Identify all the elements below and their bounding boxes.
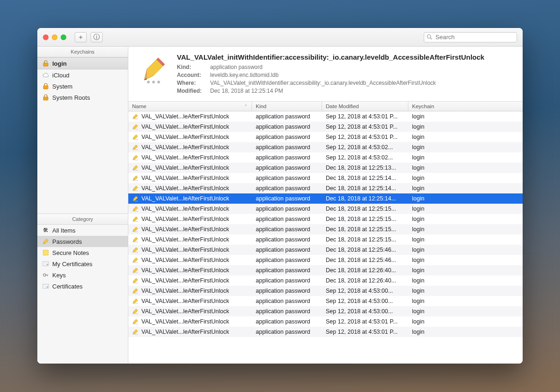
table-row[interactable]: VAL_VALValet...leAfterFirstUnlockapplica… [128,214,523,224]
svg-marker-118 [133,309,138,314]
row-date: Dec 18, 2018 at 12:26:40... [326,267,396,274]
table-row[interactable]: VAL_VALValet...leAfterFirstUnlockapplica… [128,306,523,316]
row-date: Dec 18, 2018 at 12:25:15... [326,226,396,233]
search-icon [427,34,432,41]
table-row[interactable]: VAL_VALValet...leAfterFirstUnlockapplica… [128,275,523,286]
plus-icon: ＋ [77,33,84,41]
svg-point-110 [134,293,135,294]
search-input[interactable] [424,32,517,42]
table-row[interactable]: VAL_VALValet...leAfterFirstUnlockapplica… [128,193,523,204]
table-row[interactable]: VAL_VALValet...leAfterFirstUnlockapplica… [128,265,523,275]
keychain-item-icloud[interactable]: iCloud [37,69,128,81]
minimize-button[interactable] [52,34,57,40]
svg-point-36 [136,139,137,140]
svg-marker-108 [133,289,138,294]
svg-point-60 [134,190,135,191]
table-row[interactable]: VAL_VALValet...leAfterFirstUnlockapplica… [128,296,523,306]
table-row[interactable]: VAL_VALValet...leAfterFirstUnlockapplica… [128,132,523,142]
svg-point-122 [137,313,138,314]
keychains-header: Keychains [37,47,128,57]
table-row[interactable]: VAL_VALValet...leAfterFirstUnlockapplica… [128,142,523,152]
svg-point-117 [137,303,138,304]
pencil-icon [132,308,139,315]
column-keychain[interactable]: Keychain [408,102,523,111]
info-button[interactable]: ⓘ [91,32,103,42]
svg-point-81 [136,231,137,232]
category-passwords[interactable]: Passwords [37,236,128,247]
sidebar-item-label: All Items [52,227,76,234]
detail-where-label: Where: [177,80,209,86]
table-row[interactable]: VAL_VALValet...leAfterFirstUnlockapplica… [128,122,523,132]
keychain-item-login[interactable]: login [37,57,128,69]
detail-where-value: VAL_VALValet_initWithIdentifier:accessib… [210,80,436,86]
table-row[interactable]: VAL_VALValet...leAfterFirstUnlockapplica… [128,327,523,337]
row-kind: application password [256,144,310,151]
window-controls [43,34,66,40]
key-icon [42,271,49,279]
close-button[interactable] [43,34,49,40]
column-date-modified[interactable]: Date Modified [322,102,408,111]
svg-marker-83 [133,237,138,242]
zoom-button[interactable] [61,34,66,40]
category-all-items[interactable]: 🛠 All Items [37,225,128,236]
category-secure-notes[interactable]: Secure Notes [37,247,128,258]
row-keychain: login [412,216,424,222]
keychain-access-window: ＋ ⓘ Keychains login [37,28,523,364]
svg-point-90 [134,252,135,253]
svg-point-56 [136,180,137,181]
pencil-icon [132,206,139,212]
sidebar: Keychains login iCloud [37,47,128,364]
lock-icon [42,83,49,90]
svg-point-37 [137,139,138,140]
table-row[interactable]: VAL_VALValet...leAfterFirstUnlockapplica… [128,173,523,183]
svg-point-62 [137,190,138,191]
svg-point-21 [152,81,155,83]
table-row[interactable]: VAL_VALValet...leAfterFirstUnlockapplica… [128,111,523,122]
row-date: Dec 18, 2018 at 12:25:13... [326,165,396,171]
keychain-item-system-roots[interactable]: System Roots [37,92,128,103]
column-kind[interactable]: Kind [252,102,322,111]
table-row[interactable]: VAL_VALValet...leAfterFirstUnlockapplica… [128,245,523,255]
svg-point-125 [134,323,135,324]
row-name: VAL_VALValet...leAfterFirstUnlock [141,318,229,325]
row-keychain: login [412,257,424,263]
row-kind: application password [256,165,310,171]
table-row[interactable]: VAL_VALValet...leAfterFirstUnlockapplica… [128,204,523,214]
pencil-icon [132,257,139,263]
category-certificates[interactable]: Certificates [37,281,128,292]
sidebar-item-label: Certificates [52,283,83,290]
table-row[interactable]: VAL_VALValet...leAfterFirstUnlockapplica… [128,152,523,163]
table-row[interactable]: VAL_VALValet...leAfterFirstUnlockapplica… [128,234,523,245]
note-icon [42,249,49,256]
category-keys[interactable]: Keys [37,269,128,281]
row-date: Dec 18, 2018 at 12:25:15... [326,216,396,222]
table-row[interactable]: VAL_VALValet...leAfterFirstUnlockapplica… [128,163,523,173]
table-row[interactable]: VAL_VALValet...leAfterFirstUnlockapplica… [128,316,523,327]
row-name: VAL_VALValet...leAfterFirstUnlock [141,247,229,253]
table-body[interactable]: VAL_VALValet...leAfterFirstUnlockapplica… [128,111,523,364]
keychain-item-system[interactable]: System [37,81,128,92]
column-name[interactable]: Name ⌃ [128,102,252,111]
table-row[interactable]: VAL_VALValet...leAfterFirstUnlockapplica… [128,286,523,296]
cloud-icon [42,71,49,79]
category-my-certificates[interactable]: My Certificates [37,258,128,269]
row-date: Sep 12, 2018 at 4:53:00... [326,298,393,304]
table-row[interactable]: VAL_VALValet...leAfterFirstUnlockapplica… [128,255,523,265]
row-keychain: login [412,267,424,274]
svg-point-120 [134,313,135,314]
detail-pane: VAL_VALValet_initWithIdentifier:accessib… [128,47,523,102]
svg-point-97 [137,262,138,263]
table-row[interactable]: VAL_VALValet...leAfterFirstUnlockapplica… [128,183,523,193]
row-name: VAL_VALValet...leAfterFirstUnlock [141,288,229,294]
row-name: VAL_VALValet...leAfterFirstUnlock [141,154,229,161]
add-button[interactable]: ＋ [75,32,87,42]
svg-point-0 [427,34,431,38]
pencil-icon [42,238,49,245]
table-row[interactable]: VAL_VALValet...leAfterFirstUnlockapplica… [128,224,523,234]
row-keychain: login [412,206,424,212]
info-icon: ⓘ [93,33,100,41]
row-kind: application password [256,185,310,192]
svg-point-14 [47,286,49,288]
svg-point-20 [147,81,150,83]
row-keychain: login [412,185,424,192]
